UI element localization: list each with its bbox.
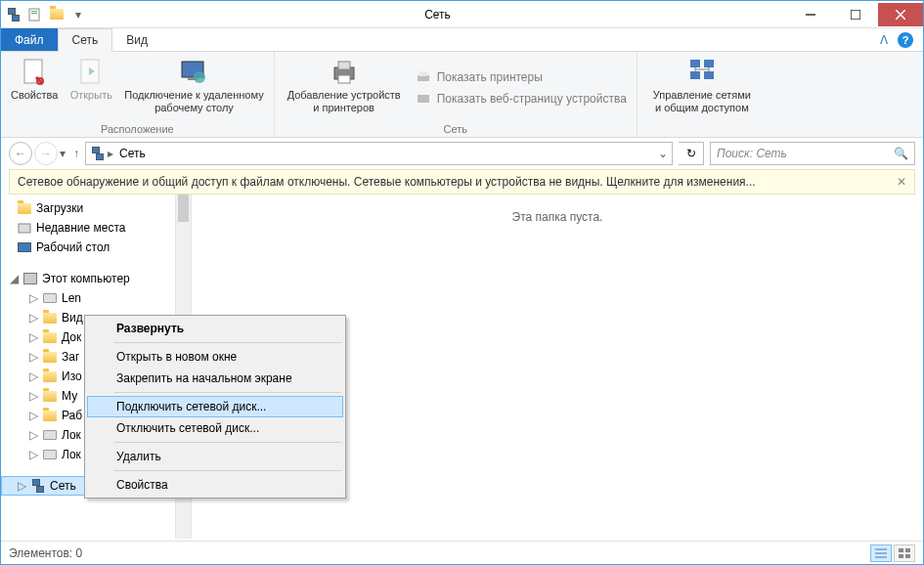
qat-new-folder-icon[interactable] (48, 6, 66, 23)
maximize-button[interactable] (833, 3, 878, 26)
info-bar[interactable]: Сетевое обнаружение и общий доступ к фай… (9, 169, 915, 195)
svg-rect-1 (31, 11, 37, 12)
ctx-properties[interactable]: Свойства (87, 474, 343, 496)
ribbon-manage-networks-button[interactable]: Управление сетями и общим доступом (643, 54, 761, 121)
remote-desktop-icon (178, 56, 209, 87)
info-bar-text: Сетевое обнаружение и общий доступ к фай… (18, 175, 756, 189)
ctx-pin-start[interactable]: Закрепить на начальном экране (87, 368, 343, 389)
svg-rect-18 (418, 95, 429, 103)
qat-dropdown-icon[interactable]: ▾ (69, 6, 87, 23)
history-dropdown[interactable]: ▾ (60, 147, 66, 160)
quick-access-toolbar: ▾ (1, 6, 87, 23)
tree-item-this-pc[interactable]: ◢Этот компьютер (1, 269, 191, 288)
svg-rect-19 (690, 60, 700, 67)
svg-rect-4 (851, 10, 860, 20)
svg-rect-31 (905, 548, 910, 552)
printer-small-icon (416, 69, 431, 85)
help-icon[interactable]: ? (898, 32, 913, 48)
ribbon-collapse-icon[interactable]: ᐱ (880, 33, 888, 47)
minimize-button[interactable] (788, 3, 833, 26)
tree-item-desktop[interactable]: Рабочий стол (1, 238, 191, 257)
ribbon-group-network-label: Сеть (281, 121, 631, 137)
ribbon-show-device-page-button[interactable]: Показать веб-страницу устройства (412, 89, 631, 109)
tab-view[interactable]: Вид (112, 28, 161, 51)
ctx-separator (114, 392, 341, 393)
navigation-row: ← → ▾ ↑ ▸ Сеть ⌄ ↻ Поиск: Сеть 🔍 (1, 138, 923, 169)
back-button[interactable]: ← (9, 142, 32, 165)
ribbon-remote-desktop-button[interactable]: Подключение к удаленному рабочему столу (120, 54, 267, 121)
breadcrumb[interactable]: Сеть (115, 147, 150, 160)
tree-item-sub[interactable]: ▷Len (1, 288, 191, 308)
ctx-disconnect-drive[interactable]: Отключить сетевой диск... (87, 417, 343, 439)
search-icon: 🔍 (894, 147, 908, 160)
ctx-delete[interactable]: Удалить (87, 446, 343, 467)
breadcrumb-arrow-icon[interactable]: ▸ (106, 147, 115, 160)
context-menu: Развернуть Открыть в новом окне Закрепит… (84, 315, 346, 499)
tree-item-recent[interactable]: Недавние места (1, 218, 191, 238)
ctx-separator (114, 442, 341, 443)
printer-icon (329, 56, 360, 87)
svg-rect-22 (704, 71, 714, 79)
ctx-separator (114, 342, 341, 343)
info-bar-close-icon[interactable]: ✕ (897, 175, 906, 189)
qat-properties-icon[interactable] (26, 6, 44, 23)
status-bar: Элементов: 0 (1, 541, 923, 564)
ribbon-group-location-label: Расположение (7, 121, 268, 137)
address-bar[interactable]: ▸ Сеть ⌄ (85, 142, 673, 165)
empty-folder-message: Эта папка пуста. (192, 195, 923, 224)
search-input[interactable]: Поиск: Сеть 🔍 (710, 142, 915, 165)
ribbon-open-button[interactable]: Открыть (66, 54, 116, 121)
ctx-separator (114, 470, 341, 471)
view-icons-button[interactable] (894, 544, 915, 562)
svg-rect-15 (338, 75, 350, 83)
svg-rect-2 (31, 13, 37, 14)
svg-rect-26 (19, 224, 30, 233)
svg-rect-30 (899, 548, 903, 552)
close-button[interactable] (878, 3, 923, 26)
ribbon-tabs: Файл Сеть Вид ᐱ ? (1, 28, 923, 52)
properties-icon (19, 56, 50, 87)
forward-button[interactable]: → (34, 142, 58, 165)
ribbon-add-devices-button[interactable]: Добавление устройств и принтеров (281, 54, 408, 121)
refresh-button[interactable]: ↻ (679, 142, 704, 165)
svg-rect-0 (29, 9, 39, 21)
network-center-icon (686, 56, 718, 87)
network-location-icon (90, 146, 106, 161)
ribbon-group-network: Добавление устройств и принтеров Показат… (275, 52, 638, 137)
ctx-expand[interactable]: Развернуть (87, 318, 343, 339)
status-item-count: Элементов: 0 (9, 546, 82, 560)
open-icon (75, 56, 107, 87)
device-page-icon (416, 91, 431, 107)
ribbon-body: Свойства Открыть Подключение к удаленном… (1, 52, 923, 138)
svg-rect-14 (338, 62, 350, 69)
ctx-open-new-window[interactable]: Открыть в новом окне (87, 346, 343, 368)
ribbon-group-location: Свойства Открыть Подключение к удаленном… (1, 52, 275, 137)
tab-network[interactable]: Сеть (58, 28, 113, 52)
search-placeholder: Поиск: Сеть (717, 147, 787, 160)
app-icon (5, 6, 22, 23)
ctx-map-network-drive[interactable]: Подключить сетевой диск... (87, 396, 343, 417)
tab-file[interactable]: Файл (1, 28, 58, 51)
window-controls (788, 3, 923, 26)
ribbon-properties-button[interactable]: Свойства (7, 54, 62, 121)
svg-point-12 (194, 71, 205, 83)
address-dropdown-icon[interactable]: ⌄ (658, 147, 668, 160)
svg-rect-17 (419, 71, 427, 76)
window-title: Сеть (87, 8, 788, 22)
title-bar: ▾ Сеть (1, 1, 923, 28)
up-button[interactable]: ↑ (73, 147, 79, 160)
svg-rect-21 (690, 71, 700, 79)
ribbon-show-printers-button[interactable]: Показать принтеры (412, 67, 631, 87)
ribbon-group-manage: Управление сетями и общим доступом (638, 52, 767, 137)
svg-rect-33 (905, 554, 910, 558)
tree-item-downloads[interactable]: Загрузки (1, 198, 191, 218)
svg-rect-20 (704, 60, 714, 67)
svg-rect-32 (899, 554, 903, 558)
view-details-button[interactable] (870, 544, 892, 562)
